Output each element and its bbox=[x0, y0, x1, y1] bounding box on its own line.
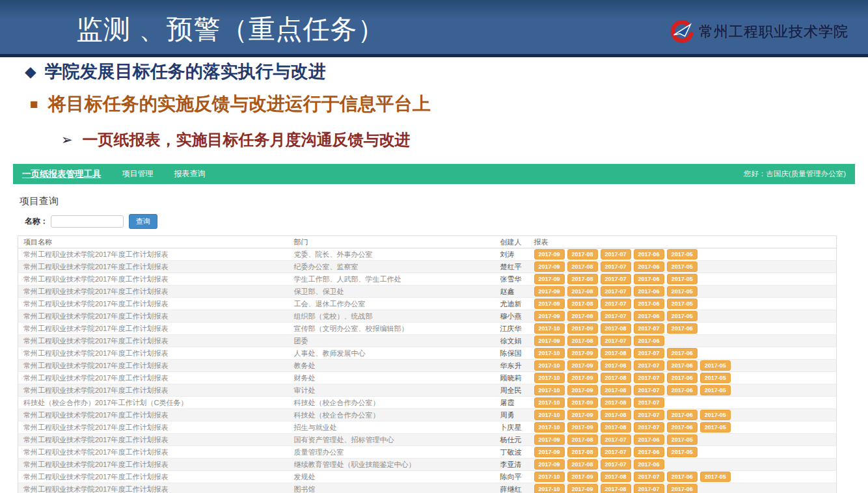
report-month-button[interactable]: 2017-09 bbox=[534, 286, 565, 297]
report-month-button[interactable]: 2017-09 bbox=[567, 373, 598, 383]
navbar-brand[interactable]: 一页纸报表管理工具 bbox=[22, 168, 102, 180]
report-month-button[interactable]: 2017-09 bbox=[534, 336, 565, 346]
report-month-button[interactable]: 2017-09 bbox=[534, 311, 565, 321]
report-month-button[interactable]: 2017-07 bbox=[634, 422, 664, 433]
report-month-button[interactable]: 2017-07 bbox=[601, 274, 631, 284]
report-month-button[interactable]: 2017-06 bbox=[634, 459, 664, 470]
report-month-button[interactable]: 2017-06 bbox=[667, 484, 698, 493]
report-month-button[interactable]: 2017-08 bbox=[601, 385, 631, 395]
report-month-button[interactable]: 2017-06 bbox=[634, 299, 664, 309]
report-month-button[interactable]: 2017-07 bbox=[601, 261, 631, 272]
report-month-button[interactable]: 2017-08 bbox=[601, 484, 631, 493]
report-month-button[interactable]: 2017-05 bbox=[700, 422, 731, 433]
report-month-button[interactable]: 2017-06 bbox=[634, 447, 664, 457]
report-month-button[interactable]: 2017-10 bbox=[534, 348, 565, 358]
report-month-button[interactable]: 2017-10 bbox=[534, 360, 565, 371]
report-month-button[interactable]: 2017-07 bbox=[601, 299, 631, 309]
report-month-button[interactable]: 2017-05 bbox=[667, 299, 698, 309]
report-month-button[interactable]: 2017-09 bbox=[567, 422, 598, 433]
report-month-button[interactable]: 2017-06 bbox=[667, 323, 698, 334]
report-month-button[interactable]: 2017-10 bbox=[534, 410, 565, 420]
report-month-button[interactable]: 2017-09 bbox=[534, 299, 565, 309]
report-month-button[interactable]: 2017-06 bbox=[634, 311, 664, 321]
report-month-button[interactable]: 2017-08 bbox=[567, 249, 598, 260]
report-month-button[interactable]: 2017-07 bbox=[634, 348, 664, 358]
report-month-button[interactable]: 2017-05 bbox=[667, 261, 698, 272]
report-month-button[interactable]: 2017-10 bbox=[534, 484, 565, 493]
report-month-button[interactable]: 2017-06 bbox=[634, 249, 664, 260]
report-month-button[interactable]: 2017-07 bbox=[601, 434, 631, 445]
report-month-button[interactable]: 2017-05 bbox=[700, 360, 731, 371]
report-month-button[interactable]: 2017-08 bbox=[601, 410, 631, 420]
report-month-button[interactable]: 2017-08 bbox=[567, 434, 598, 445]
report-month-button[interactable]: 2017-09 bbox=[534, 434, 565, 445]
report-month-button[interactable]: 2017-08 bbox=[601, 348, 631, 358]
report-month-button[interactable]: 2017-06 bbox=[667, 385, 698, 395]
nav-item-project-management[interactable]: 项目管理 bbox=[122, 168, 154, 180]
report-month-button[interactable]: 2017-05 bbox=[700, 410, 731, 420]
report-month-button[interactable]: 2017-06 bbox=[667, 360, 698, 371]
report-month-button[interactable]: 2017-06 bbox=[667, 348, 698, 358]
report-month-button[interactable]: 2017-08 bbox=[567, 299, 598, 309]
report-month-button[interactable]: 2017-09 bbox=[567, 348, 598, 358]
report-month-button[interactable]: 2017-05 bbox=[667, 274, 698, 284]
report-month-button[interactable]: 2017-08 bbox=[601, 397, 631, 408]
report-month-button[interactable]: 2017-07 bbox=[634, 385, 664, 395]
report-month-button[interactable]: 2017-06 bbox=[667, 410, 698, 420]
report-month-button[interactable]: 2017-07 bbox=[601, 459, 631, 470]
report-month-button[interactable]: 2017-08 bbox=[567, 336, 598, 346]
report-month-button[interactable]: 2017-07 bbox=[634, 397, 664, 408]
report-month-button[interactable]: 2017-06 bbox=[634, 336, 664, 346]
report-month-button[interactable]: 2017-07 bbox=[634, 360, 664, 371]
report-month-button[interactable]: 2017-09 bbox=[534, 249, 565, 260]
report-month-button[interactable]: 2017-07 bbox=[634, 410, 664, 420]
report-month-button[interactable]: 2017-08 bbox=[601, 323, 631, 334]
report-month-button[interactable]: 2017-10 bbox=[534, 472, 565, 482]
report-month-button[interactable]: 2017-06 bbox=[634, 274, 664, 284]
report-month-button[interactable]: 2017-05 bbox=[667, 447, 698, 457]
report-month-button[interactable]: 2017-09 bbox=[534, 459, 565, 470]
report-month-button[interactable]: 2017-07 bbox=[634, 472, 664, 482]
report-month-button[interactable]: 2017-09 bbox=[534, 274, 565, 284]
report-month-button[interactable]: 2017-08 bbox=[601, 422, 631, 433]
report-month-button[interactable]: 2017-08 bbox=[567, 447, 598, 457]
report-month-button[interactable]: 2017-10 bbox=[534, 323, 565, 334]
report-month-button[interactable]: 2017-09 bbox=[534, 447, 565, 457]
report-month-button[interactable]: 2017-05 bbox=[700, 472, 731, 482]
report-month-button[interactable]: 2017-06 bbox=[634, 434, 664, 445]
report-month-button[interactable]: 2017-09 bbox=[567, 385, 598, 395]
report-month-button[interactable]: 2017-06 bbox=[667, 422, 698, 433]
query-button[interactable]: 查询 bbox=[129, 214, 157, 229]
report-month-button[interactable]: 2017-05 bbox=[667, 311, 698, 321]
report-month-button[interactable]: 2017-08 bbox=[567, 274, 598, 284]
report-month-button[interactable]: 2017-08 bbox=[567, 459, 598, 470]
report-month-button[interactable]: 2017-09 bbox=[567, 360, 598, 371]
report-month-button[interactable]: 2017-09 bbox=[567, 472, 598, 482]
report-month-button[interactable]: 2017-08 bbox=[601, 360, 631, 371]
report-month-button[interactable]: 2017-07 bbox=[634, 484, 664, 493]
navbar-user-greeting[interactable]: 您好：吉国庆(质量管理办公室) bbox=[744, 169, 846, 179]
report-month-button[interactable]: 2017-07 bbox=[601, 311, 631, 321]
report-month-button[interactable]: 2017-07 bbox=[601, 447, 631, 457]
report-month-button[interactable]: 2017-05 bbox=[700, 385, 731, 395]
report-month-button[interactable]: 2017-05 bbox=[700, 373, 731, 383]
report-month-button[interactable]: 2017-06 bbox=[667, 373, 698, 383]
report-month-button[interactable]: 2017-09 bbox=[567, 410, 598, 420]
report-month-button[interactable]: 2017-08 bbox=[567, 261, 598, 272]
report-month-button[interactable]: 2017-10 bbox=[534, 422, 565, 433]
report-month-button[interactable]: 2017-08 bbox=[601, 373, 631, 383]
nav-item-report-query[interactable]: 报表查询 bbox=[174, 168, 206, 180]
report-month-button[interactable]: 2017-10 bbox=[534, 385, 565, 395]
project-name-input[interactable] bbox=[51, 215, 124, 228]
report-month-button[interactable]: 2017-07 bbox=[634, 323, 664, 334]
report-month-button[interactable]: 2017-05 bbox=[667, 286, 698, 297]
report-month-button[interactable]: 2017-08 bbox=[601, 472, 631, 482]
report-month-button[interactable]: 2017-06 bbox=[667, 472, 698, 482]
report-month-button[interactable]: 2017-08 bbox=[567, 311, 598, 321]
report-month-button[interactable]: 2017-07 bbox=[601, 249, 631, 260]
report-month-button[interactable]: 2017-05 bbox=[667, 249, 698, 260]
report-month-button[interactable]: 2017-07 bbox=[601, 286, 631, 297]
report-month-button[interactable]: 2017-09 bbox=[567, 323, 598, 334]
report-month-button[interactable]: 2017-05 bbox=[667, 434, 698, 445]
report-month-button[interactable]: 2017-09 bbox=[567, 397, 598, 408]
